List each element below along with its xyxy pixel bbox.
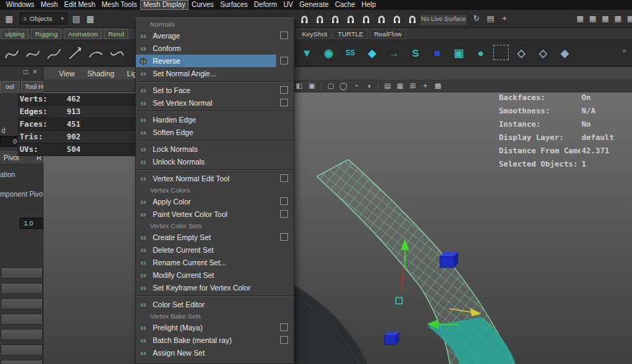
menubar-item-deform[interactable]: Deform [251,0,280,10]
shelf-tab-turtle[interactable]: TURTLE [334,29,368,39]
shelf-icon[interactable]: ◇ [534,43,552,63]
tab-tool[interactable]: ool [0,81,20,93]
poly-cube-large[interactable] [440,252,458,267]
curve-tool-icon[interactable] [85,43,107,64]
shelf-icon[interactable]: ◆ [556,43,574,63]
menubar-item-curves[interactable]: Curves [188,0,217,10]
grid-layout-icon[interactable]: ▦ [612,13,624,24]
viewport-toolbar-icon[interactable]: ▩ [433,81,443,91]
menu-item-color-set-editor[interactable]: Color Set Editor [136,298,294,311]
snap-magnet-icon[interactable] [406,12,419,26]
curve-tool-icon[interactable] [107,43,128,64]
viewport-toolbar-icon[interactable]: ▤ [383,81,392,91]
grid-layout-icon[interactable]: ▦ [575,13,586,24]
menubar-item-edit-mesh[interactable]: Edit Mesh [61,0,98,10]
menubar-item-surfaces[interactable]: Surfaces [217,0,251,10]
live-surface-field[interactable]: No Live Surface [420,14,467,24]
snap-magnet-icon[interactable] [298,12,311,26]
menu-item-harden-edge[interactable]: Harden Edge [136,113,294,126]
shelf-icon[interactable]: ▼ [298,43,316,63]
close-icon[interactable]: × [33,68,37,76]
option-box-icon[interactable] [280,174,288,182]
shelf-icon[interactable]: ■ [428,43,446,63]
menubar-item-cache[interactable]: Cache [332,0,359,10]
shelf-icon[interactable]: → [385,43,403,63]
menu-item-lock-normals[interactable]: Lock Normals [136,143,294,155]
menu-item-set-vertex-normal[interactable]: Set Vertex Normal [136,97,294,109]
menu-item-set-to-face[interactable]: Set to Face [136,84,294,97]
menu-item-apply-color[interactable]: Apply Color [136,195,294,208]
shelf-icon[interactable]: ◇ [512,43,530,63]
viewport-toolbar-icon[interactable]: ◑ [364,81,373,91]
shelf-tab-animation[interactable]: Animation [64,29,102,39]
curve-tool-icon[interactable] [22,43,43,64]
snap-magnet-icon[interactable] [390,12,404,26]
menu-item-reverse[interactable]: Reverse [136,55,294,67]
menubar-item-help[interactable]: Help [358,0,379,10]
shelf-icon[interactable]: S [406,43,425,63]
menu-item-conform[interactable]: Conform [136,42,294,55]
shelf-tab-keyshot[interactable]: KeyShot [298,29,331,39]
viewport-toolbar-icon[interactable]: ◯ [338,81,348,91]
layout-icon[interactable]: ▦ [3,13,15,25]
grid-layout-icon[interactable]: ▦ [600,13,611,24]
menu-item-create-empty-set[interactable]: Create Empty Set [136,231,294,244]
shelf-overflow-icon[interactable]: » [622,46,626,55]
shelf-tab-rend[interactable]: Rend [104,29,128,39]
option-box-icon[interactable] [280,57,288,64]
curve-tool-icon[interactable] [64,43,85,64]
viewport-toolbar-icon[interactable]: + [420,81,430,91]
shelf-tab-rigging[interactable]: Rigging [31,29,62,39]
poly-cube-small[interactable] [385,332,399,344]
viewport-toolbar-icon[interactable]: ◔ [351,81,361,91]
grid-layout-icon[interactable]: ▦ [625,13,632,24]
shelf-icon[interactable]: ● [472,43,490,63]
selection-mask-dropdown[interactable]: ≡ Objects ▾ [20,13,67,24]
viewport-menu-shading[interactable]: Shading [81,69,121,78]
menubar-item-uv[interactable]: UV [280,0,296,10]
menubar-item-windows[interactable]: Windows [3,0,38,10]
menu-item-modify-current-set[interactable]: Modify Current Set [136,269,294,281]
menu-item-rename-current-set[interactable]: Rename Current Set... [136,256,294,269]
curve-tool-icon[interactable] [1,43,22,64]
curve-tool-icon[interactable] [43,43,64,64]
menu-item-vertex-normal-edit-tool[interactable]: Vertex Normal Edit Tool [136,172,294,185]
value-field[interactable]: 0 [0,136,20,147]
shelf-icon[interactable] [493,45,509,60]
snap-magnet-icon[interactable] [329,12,342,26]
viewport-toolbar-icon[interactable]: ⊞ [408,81,418,91]
viewport-toolbar-icon[interactable]: ▦ [395,81,405,91]
option-box-icon[interactable] [280,86,288,94]
menu-item-prelight-maya[interactable]: Prelight (Maya) [136,321,294,334]
collapsed-section-bar[interactable] [1,298,43,309]
shelf-icon[interactable]: ◆ [363,43,381,63]
snap-magnet-icon[interactable] [344,12,357,26]
snap-magnet-icon[interactable] [375,12,388,26]
viewport-toolbar-icon[interactable]: ▢ [326,81,336,91]
collapsed-section-bar[interactable] [1,314,43,325]
menubar-item-mesh-display[interactable]: Mesh Display [140,0,188,10]
menu-item-assign-new-set[interactable]: Assign New Set [136,346,294,359]
shelf-icon[interactable]: ▣ [450,43,468,63]
viewport-toolbar-icon[interactable]: ▣ [307,81,317,91]
menu-item-set-normal-angle[interactable]: Set Normal Angle... [136,67,294,80]
collapsed-section-bar[interactable] [1,329,43,340]
menubar-item-mesh[interactable]: Mesh [38,0,61,10]
shelf-tab-realflow[interactable]: RealFlow [370,29,406,39]
menubar-item-mesh-tools[interactable]: Mesh Tools [99,0,140,10]
option-box-icon[interactable] [280,210,288,218]
snap-magnet-icon[interactable] [359,12,373,26]
menu-item-batch-bake-mental-ray[interactable]: Batch Bake (mental ray) [136,334,294,346]
value-field[interactable]: 1.0 [20,218,43,229]
toolbar-icon[interactable]: ▤ [70,13,83,25]
option-box-icon[interactable] [280,323,288,331]
toolbar-icon[interactable]: ▤ [485,13,496,24]
option-box-icon[interactable] [280,336,288,344]
menu-item-unlock-normals[interactable]: Unlock Normals [136,155,294,168]
toolbar-icon[interactable]: ↻ [471,13,482,24]
menu-item-soften-edge[interactable]: Soften Edge [136,126,294,139]
menubar-item-generate[interactable]: Generate [296,0,332,10]
viewport-toolbar-icon[interactable]: ◧ [294,81,304,91]
menu-item-paint-vertex-color-tool[interactable]: Paint Vertex Color Tool [136,208,294,220]
toolbar-icon[interactable]: + [499,13,510,24]
